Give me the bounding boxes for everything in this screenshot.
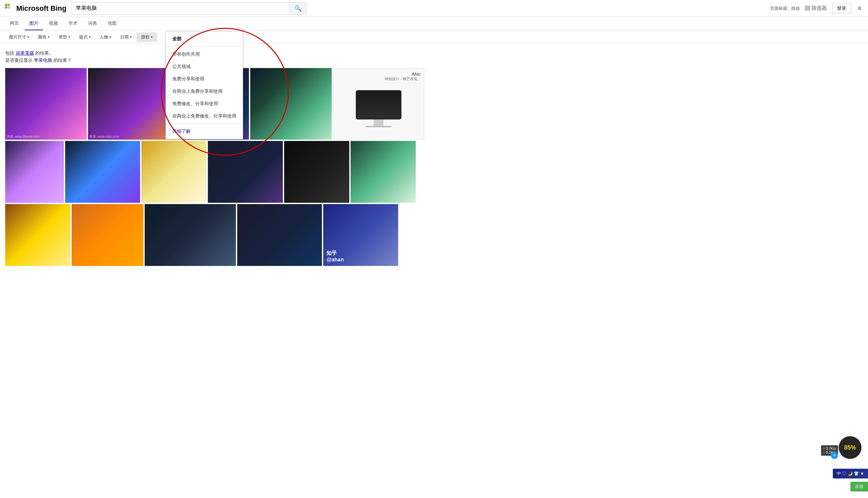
mid-text: 的结果。	[35, 51, 53, 56]
chevron-format: ▾	[89, 35, 91, 39]
image-results: 包括 蘋果電腦 的结果。 是否要仅显示 苹果电脑 的结果？ 来源: www.it…	[5, 47, 863, 267]
show-only-text: 是否要仅显示	[5, 57, 34, 63]
image-source: 来源: www.nipic.com	[89, 134, 119, 139]
chevron-license: ▾	[151, 35, 153, 39]
dropdown-item-public-domain[interactable]: 公共领域	[166, 61, 243, 73]
end-text: 的结果？	[53, 57, 72, 63]
search-input[interactable]	[72, 3, 290, 14]
query-link[interactable]: 蘋果電腦	[16, 51, 34, 56]
image-row-3: 知乎 @ahan	[5, 204, 863, 266]
image-item[interactable]	[5, 141, 64, 203]
dropdown-divider	[166, 47, 243, 47]
filter-type[interactable]: 类型 ▾	[55, 33, 74, 41]
image-item[interactable]	[284, 141, 349, 203]
image-item[interactable]	[350, 141, 416, 203]
header-right: 页面标题: 自动 ▦ 筛选器 登录 ≡	[770, 3, 863, 14]
image-item[interactable]	[141, 141, 207, 203]
image-item[interactable]	[5, 204, 71, 266]
page-title-area: 页面标题: 自动	[770, 5, 800, 11]
tab-academic[interactable]: 学术	[64, 17, 82, 30]
dropdown-item-all[interactable]: 全部	[166, 33, 243, 45]
image-item[interactable]: 知乎 @ahan	[323, 204, 398, 266]
image-item[interactable]	[72, 204, 143, 266]
chevron-type: ▾	[68, 35, 70, 39]
chevron-size: ▾	[27, 35, 29, 39]
image-item[interactable]	[237, 204, 322, 266]
filter-people[interactable]: 人物 ▾	[96, 33, 115, 41]
bing-logo[interactable]: Microsoft Bing	[5, 4, 66, 13]
dropdown-item-free-share-commercial[interactable]: 在商业上免费分享和使用	[166, 85, 243, 97]
dropdown-item-free-modify-commercial[interactable]: 在商业上免费修改、分享和使用	[166, 110, 243, 122]
page-title-label: 页面标题:	[770, 5, 789, 11]
tab-web[interactable]: 网页	[5, 17, 24, 30]
main-content: 包括 蘋果電腦 的结果。 是否要仅显示 苹果电脑 的结果？ 来源: www.it…	[0, 44, 868, 271]
filter-format[interactable]: 版式 ▾	[75, 33, 94, 41]
result-info: 包括 蘋果電腦 的结果。 是否要仅显示 苹果电脑 的结果？	[5, 47, 863, 68]
chevron-color: ▾	[48, 35, 50, 39]
svg-rect-0	[5, 4, 7, 6]
image-item[interactable]: 来源: www.ithome.com	[5, 68, 87, 140]
chevron-people: ▾	[110, 35, 111, 39]
tab-video[interactable]: 视频	[44, 17, 63, 30]
header: Microsoft Bing 🔍 页面标题: 自动 ▦ 筛选器 登录 ≡	[0, 0, 868, 17]
search-bar: 🔍	[72, 2, 306, 15]
image-item[interactable]	[145, 204, 236, 266]
filter-date[interactable]: 日期 ▾	[116, 33, 136, 41]
svg-rect-2	[5, 6, 7, 9]
image-row-1: 来源: www.ithome.com 来源: www.nipic.com iMa…	[5, 68, 863, 140]
image-row-2	[5, 141, 863, 203]
dropdown-item-free-modify[interactable]: 免费修改、分享和使用	[166, 97, 243, 110]
tab-map[interactable]: 地图	[103, 17, 121, 30]
tab-images[interactable]: 图片	[25, 17, 43, 30]
svg-rect-3	[8, 6, 10, 9]
filter-bar: 图片尺寸 ▾ 颜色 ▾ 类型 ▾ 版式 ▾ 人物 ▾ 日期 ▾ 授权 ▾	[0, 30, 868, 44]
chevron-date: ▾	[130, 35, 132, 39]
dropdown-item-creative-commons[interactable]: 所有创作共用	[166, 48, 243, 61]
dropdown-divider-2	[166, 124, 243, 124]
image-item[interactable]	[208, 141, 283, 203]
login-button[interactable]: 登录	[832, 3, 851, 14]
image-item[interactable]	[250, 68, 332, 140]
menu-button[interactable]: ≡	[856, 3, 863, 13]
dropdown-item-free-share[interactable]: 免费分享和使用	[166, 73, 243, 85]
includes-text: 包括	[5, 51, 16, 56]
image-item[interactable]: iMac 锋锐设计，锋芒表现。	[333, 68, 424, 140]
filter-size[interactable]: 图片尺寸 ▾	[5, 33, 33, 41]
bing-logo-text: Microsoft Bing	[16, 4, 66, 13]
image-source: 来源: www.ithome.com	[7, 134, 39, 139]
search-button[interactable]: 🔍	[290, 3, 306, 14]
dropdown-learn-more[interactable]: 详细了解	[166, 125, 243, 138]
nav-tabs: 网页 图片 视频 学术 词典 地图	[0, 17, 868, 30]
search-icon: 🔍	[295, 5, 302, 12]
filter-icon[interactable]: ▦ 筛选器	[805, 5, 827, 12]
alt-query-link[interactable]: 苹果电脑	[34, 57, 52, 63]
tab-dict[interactable]: 词典	[84, 17, 102, 30]
license-dropdown: 全部 所有创作共用 公共领域 免费分享和使用 在商业上免费分享和使用 免费修改、…	[166, 31, 243, 139]
image-item[interactable]	[65, 141, 140, 203]
zhihu-watermark: 知乎 @ahan	[327, 250, 353, 263]
hamburger-icon: ≡	[858, 4, 861, 12]
filter-color[interactable]: 颜色 ▾	[34, 33, 53, 41]
svg-rect-1	[8, 4, 10, 6]
page-title-value[interactable]: 自动	[791, 5, 800, 11]
bing-logo-icon	[5, 4, 14, 13]
filter-license[interactable]: 授权 ▾	[137, 32, 157, 42]
